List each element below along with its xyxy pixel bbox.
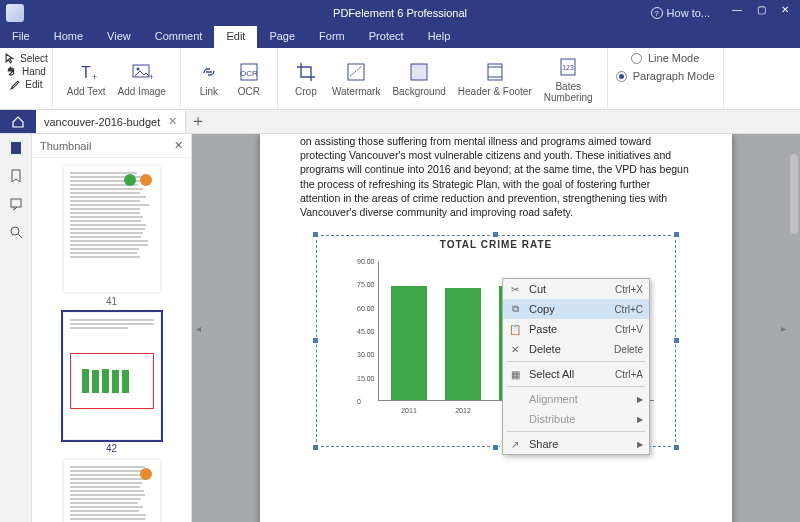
chart-bar <box>391 286 427 400</box>
menu-view[interactable]: View <box>95 26 143 48</box>
resize-handle[interactable] <box>312 444 319 451</box>
ctx-share[interactable]: ↗Share▶ <box>503 434 649 454</box>
chart-ytick: 0 <box>357 398 361 405</box>
chevron-right-icon: ▶ <box>637 395 643 404</box>
share-icon: ↗ <box>507 439 523 450</box>
page-view: on assisting those suffering from mental… <box>260 134 732 522</box>
menu-home[interactable]: Home <box>42 26 95 48</box>
app-title: PDFelement 6 Professional <box>333 7 467 19</box>
ctx-copy[interactable]: ⧉CopyCtrl+C <box>503 299 649 319</box>
chart-ytick: 45.00 <box>357 328 375 335</box>
thumbnail-panel-button[interactable] <box>8 140 24 156</box>
watermark-button[interactable]: Watermark <box>326 56 387 101</box>
svg-point-17 <box>11 227 19 235</box>
select-all-icon: ▦ <box>507 369 523 380</box>
menu-edit[interactable]: Edit <box>214 26 257 48</box>
body-paragraph[interactable]: on assisting those suffering from mental… <box>300 134 692 219</box>
thumbnail-page-41[interactable]: 41 <box>64 166 160 307</box>
chart-xtick: 2012 <box>445 407 481 414</box>
annotation-panel-button[interactable] <box>8 196 24 212</box>
menu-help[interactable]: Help <box>416 26 463 48</box>
svg-line-18 <box>18 234 22 238</box>
hand-tool[interactable]: Hand <box>6 65 46 77</box>
menu-bar: FileHomeViewCommentEditPageFormProtectHe… <box>0 26 800 48</box>
chart-ytick: 60.00 <box>357 304 375 311</box>
add-tab-button[interactable]: ＋ <box>186 110 210 133</box>
chevron-right-icon: ▶ <box>637 415 643 424</box>
menu-file[interactable]: File <box>0 26 42 48</box>
bookmark-panel-button[interactable] <box>8 168 24 184</box>
crop-button[interactable]: Crop <box>286 56 326 101</box>
paragraph-mode-radio[interactable]: Paragraph Mode <box>616 70 715 82</box>
bates-icon: 123 <box>556 55 580 79</box>
svg-rect-16 <box>11 199 21 207</box>
close-panel-button[interactable]: ✕ <box>174 139 183 152</box>
resize-handle[interactable] <box>673 337 680 344</box>
collapse-right-button[interactable]: ▸ <box>781 323 786 334</box>
workspace: Thumbnail ✕ 414243 ◂ ▸ on assisting thos… <box>0 134 800 522</box>
crop-icon <box>294 60 318 84</box>
menu-comment[interactable]: Comment <box>143 26 215 48</box>
svg-text:T: T <box>81 64 91 81</box>
link-button[interactable]: Link <box>189 56 229 101</box>
radio-icon <box>631 53 642 64</box>
minimize-button[interactable]: — <box>726 0 748 18</box>
menu-protect[interactable]: Protect <box>357 26 416 48</box>
line-mode-radio[interactable]: Line Mode <box>631 52 699 64</box>
add-image-button[interactable]: +Add Image <box>112 56 172 101</box>
how-to-button[interactable]: ? How to... <box>651 7 710 19</box>
ctx-delete[interactable]: ✕DeleteDelete <box>503 339 649 359</box>
select-tool[interactable]: Select <box>4 52 48 64</box>
context-menu[interactable]: ✂CutCtrl+X⧉CopyCtrl+C📋PasteCtrl+V✕Delete… <box>502 278 650 455</box>
ctx-select-all[interactable]: ▦Select AllCtrl+A <box>503 364 649 384</box>
menu-form[interactable]: Form <box>307 26 357 48</box>
help-icon: ? <box>651 7 663 19</box>
resize-handle[interactable] <box>312 337 319 344</box>
chart-xtick: 2011 <box>391 407 427 414</box>
chart-ytick: 30.00 <box>357 351 375 358</box>
maximize-button[interactable]: ▢ <box>750 0 772 18</box>
svg-text:+: + <box>92 72 97 82</box>
resize-handle[interactable] <box>492 444 499 451</box>
home-icon <box>11 115 25 129</box>
ctx-distribute: Distribute▶ <box>503 409 649 429</box>
menu-page[interactable]: Page <box>257 26 307 48</box>
svg-text:+: + <box>149 72 153 82</box>
resize-handle[interactable] <box>673 444 680 451</box>
home-tab[interactable] <box>0 110 36 133</box>
resize-handle[interactable] <box>492 231 499 238</box>
cursor-icon <box>4 52 16 64</box>
header-footer-button[interactable]: Header & Footer <box>452 56 538 101</box>
cut-icon: ✂ <box>507 284 523 295</box>
close-tab-button[interactable]: ✕ <box>168 115 177 128</box>
delete-icon: ✕ <box>507 344 523 355</box>
hand-icon <box>6 65 18 77</box>
add-text-button[interactable]: T+Add Text <box>61 56 112 101</box>
side-tool-strip <box>0 134 32 522</box>
ribbon: Select Hand Edit T+Add Text +Add Image L… <box>0 48 800 110</box>
thumbnail-page-43[interactable]: 43 <box>64 460 160 522</box>
resize-handle[interactable] <box>673 231 680 238</box>
chart-ytick: 75.00 <box>357 281 375 288</box>
bates-numbering-button[interactable]: 123Bates Numbering <box>538 51 599 107</box>
background-button[interactable]: Background <box>386 56 451 101</box>
pencil-icon <box>9 78 21 90</box>
resize-handle[interactable] <box>312 231 319 238</box>
ocr-button[interactable]: OCROCR <box>229 56 269 101</box>
title-bar: PDFelement 6 Professional ? How to... — … <box>0 0 800 26</box>
scrollbar-thumb[interactable] <box>790 154 798 234</box>
edit-tool[interactable]: Edit <box>9 78 42 90</box>
ctx-cut[interactable]: ✂CutCtrl+X <box>503 279 649 299</box>
search-panel-button[interactable] <box>8 224 24 240</box>
svg-rect-15 <box>11 142 21 154</box>
app-logo-icon <box>6 4 24 22</box>
svg-point-3 <box>136 68 139 71</box>
ctx-paste[interactable]: 📋PasteCtrl+V <box>503 319 649 339</box>
thumbnail-page-42[interactable]: 42 <box>64 313 160 454</box>
collapse-left-button[interactable]: ◂ <box>196 323 201 334</box>
document-tab[interactable]: vancouver-2016-budget✕ <box>36 110 186 133</box>
ctx-alignment: Alignment▶ <box>503 389 649 409</box>
document-area[interactable]: ◂ ▸ on assisting those suffering from me… <box>192 134 800 522</box>
close-button[interactable]: ✕ <box>774 0 796 18</box>
chart-ytick: 15.00 <box>357 374 375 381</box>
